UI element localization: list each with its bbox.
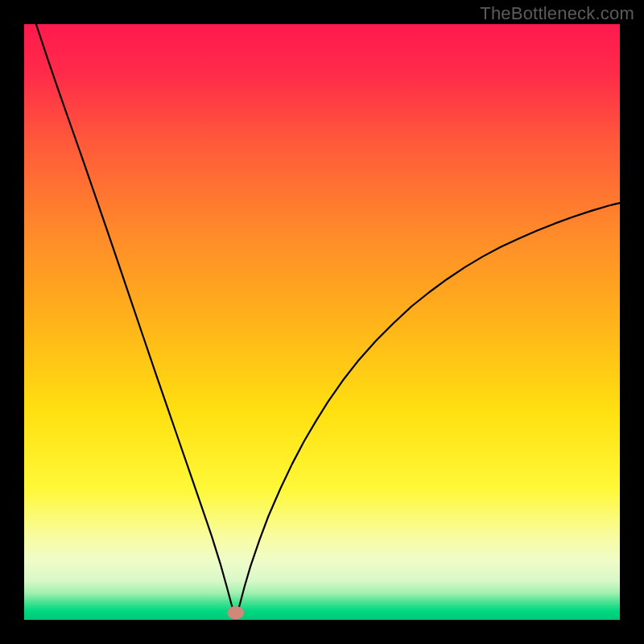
chart-svg: [24, 24, 620, 620]
chart-frame: TheBottleneck.com: [0, 0, 644, 644]
watermark-label: TheBottleneck.com: [480, 3, 634, 24]
minimum-marker: [227, 606, 244, 619]
gradient-background: [24, 24, 620, 620]
plot-area: [24, 24, 620, 620]
